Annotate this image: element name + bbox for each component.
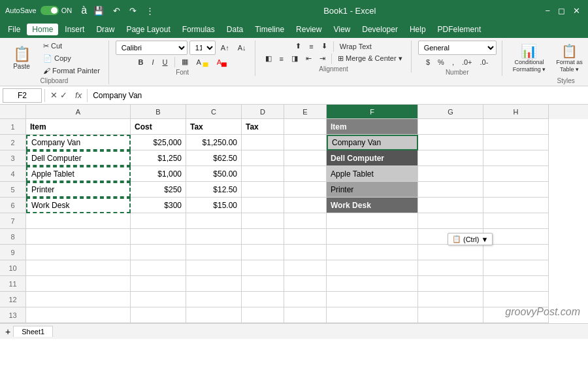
cell-d2[interactable]	[242, 135, 284, 150]
menu-insert[interactable]: Insert	[59, 24, 90, 35]
paste-button[interactable]: 📋 Paste	[5, 44, 38, 73]
cell-f7[interactable]	[327, 213, 418, 229]
cell-g12[interactable]	[418, 292, 483, 307]
col-header-h[interactable]: H	[483, 105, 549, 119]
decrease-decimal-button[interactable]: .0-	[477, 57, 492, 67]
restore-button[interactable]: ◻	[555, 5, 568, 17]
cell-d5[interactable]	[242, 182, 284, 198]
close-button[interactable]: ✕	[570, 5, 583, 17]
increase-decimal-button[interactable]: .0+	[459, 57, 476, 67]
cell-f3[interactable]: Dell Computer	[327, 150, 418, 166]
cell-b7[interactable]	[131, 213, 186, 229]
cell-a13[interactable]	[26, 307, 131, 323]
cell-e5[interactable]	[284, 182, 327, 198]
row-num-9[interactable]: 9	[0, 245, 26, 260]
cell-c9[interactable]	[186, 245, 242, 260]
col-header-c[interactable]: C	[186, 105, 242, 119]
cell-c1[interactable]: Tax	[186, 119, 242, 135]
font-name-select[interactable]: Calibri	[116, 41, 188, 55]
cell-a2[interactable]: Company Van	[26, 135, 131, 150]
align-top-button[interactable]: ⬆	[292, 41, 304, 52]
cell-d11[interactable]	[242, 276, 284, 292]
cell-c5[interactable]: $12.50	[186, 182, 242, 198]
bold-button[interactable]: B	[135, 57, 147, 67]
more-button[interactable]: ⋮	[143, 5, 157, 17]
cell-b10[interactable]	[131, 260, 186, 276]
minimize-button[interactable]: −	[542, 5, 553, 17]
col-header-g[interactable]: G	[418, 105, 483, 119]
comma-button[interactable]: ,	[449, 57, 457, 67]
cell-e7[interactable]	[284, 213, 327, 229]
cell-b12[interactable]	[131, 292, 186, 307]
cell-f4[interactable]: Apple Tablet	[327, 166, 418, 182]
cell-f8[interactable]	[327, 229, 418, 245]
col-header-e[interactable]: E	[284, 105, 327, 119]
cell-f2[interactable]: Company Van	[327, 135, 418, 150]
cell-h7[interactable]	[483, 213, 549, 229]
menu-help[interactable]: Help	[404, 24, 431, 35]
cell-f13[interactable]	[327, 307, 418, 323]
row-num-2[interactable]: 2	[0, 135, 26, 150]
cell-a11[interactable]	[26, 276, 131, 292]
add-sheet-button[interactable]: +	[5, 326, 10, 337]
cell-a1[interactable]: Item	[26, 119, 131, 135]
row-num-10[interactable]: 10	[0, 260, 26, 276]
cell-b2[interactable]: $25,000	[131, 135, 186, 150]
cell-b1[interactable]: Cost	[131, 119, 186, 135]
row-num-1[interactable]: 1	[0, 119, 26, 135]
cell-b5[interactable]: $250	[131, 182, 186, 198]
cell-h9[interactable]	[483, 245, 549, 260]
cell-c10[interactable]	[186, 260, 242, 276]
menu-view[interactable]: View	[328, 24, 355, 35]
cell-d13[interactable]	[242, 307, 284, 323]
cell-f10[interactable]	[327, 260, 418, 276]
cell-f11[interactable]	[327, 276, 418, 292]
menu-draw[interactable]: Draw	[91, 24, 120, 35]
cell-a10[interactable]	[26, 260, 131, 276]
cell-b9[interactable]	[131, 245, 186, 260]
col-header-a[interactable]: A	[26, 105, 131, 119]
cell-a12[interactable]	[26, 292, 131, 307]
align-center-button[interactable]: ≡	[276, 54, 287, 64]
cell-g7[interactable]	[418, 213, 483, 229]
cell-d6[interactable]	[242, 198, 284, 213]
font-size-select[interactable]: 11	[189, 41, 216, 55]
menu-review[interactable]: Review	[291, 24, 327, 35]
cell-f5[interactable]: Printer	[327, 182, 418, 198]
menu-pagelayout[interactable]: Page Layout	[121, 24, 175, 35]
cell-f9[interactable]	[327, 245, 418, 260]
row-num-4[interactable]: 4	[0, 166, 26, 182]
cell-b4[interactable]: $1,000	[131, 166, 186, 182]
row-num-6[interactable]: 6	[0, 198, 26, 213]
cell-c3[interactable]: $62.50	[186, 150, 242, 166]
cell-g6[interactable]	[418, 198, 483, 213]
font-color-button[interactable]: A▄	[214, 57, 230, 67]
cell-h8[interactable]	[483, 229, 549, 245]
italic-button[interactable]: I	[148, 57, 157, 67]
wrap-text-button[interactable]: Wrap Text	[336, 41, 375, 52]
cell-a6[interactable]: Work Desk	[26, 198, 131, 213]
decrease-font-button[interactable]: A↓	[235, 43, 250, 53]
cell-e9[interactable]	[284, 245, 327, 260]
cell-d8[interactable]	[242, 229, 284, 245]
number-format-select[interactable]: General	[418, 41, 497, 55]
cell-c13[interactable]	[186, 307, 242, 323]
cell-f1[interactable]: Item	[327, 119, 418, 135]
cell-h1[interactable]	[483, 119, 549, 135]
cell-c7[interactable]	[186, 213, 242, 229]
cell-e6[interactable]	[284, 198, 327, 213]
format-painter-button[interactable]: 🖌 Format Painter	[40, 65, 103, 76]
paste-options-widget[interactable]: 📋 (Ctrl) ▼	[448, 233, 493, 245]
cell-c6[interactable]: $15.00	[186, 198, 242, 213]
copy-button[interactable]: 📄 Copy	[40, 53, 103, 64]
cell-b6[interactable]: $300	[131, 198, 186, 213]
currency-button[interactable]: $	[423, 57, 433, 67]
cell-d9[interactable]	[242, 245, 284, 260]
increase-indent-button[interactable]: ⇥	[316, 53, 329, 64]
cell-g10[interactable]	[418, 260, 483, 276]
cell-f12[interactable]	[327, 292, 418, 307]
cell-a8[interactable]	[26, 229, 131, 245]
cell-g5[interactable]	[418, 182, 483, 198]
fill-color-button[interactable]: A▄	[193, 57, 212, 67]
align-bottom-button[interactable]: ⬇	[318, 41, 331, 52]
